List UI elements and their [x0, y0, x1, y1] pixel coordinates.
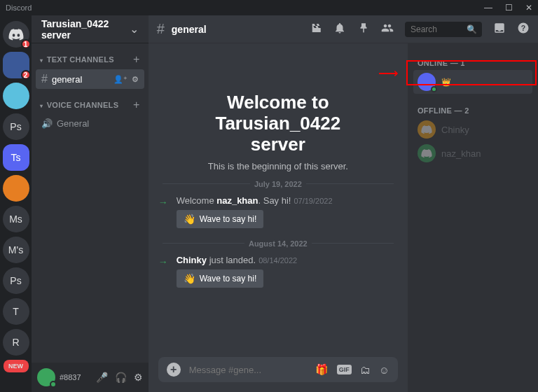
channel-general[interactable]: # general 👤⁺⚙: [36, 69, 144, 89]
main-content: # general 🔍 ? Welcome to: [149, 15, 538, 392]
wave-button[interactable]: 👋Wave to say hi!: [177, 270, 264, 288]
member-row[interactable]: 👑: [413, 70, 532, 94]
add-channel-icon[interactable]: +: [133, 99, 140, 111]
invite-icon[interactable]: 👤⁺: [113, 75, 127, 84]
mute-icon[interactable]: 🎤: [96, 372, 108, 383]
guild-item[interactable]: T: [3, 298, 29, 325]
inbox-icon[interactable]: [493, 22, 506, 37]
attach-button[interactable]: +: [167, 363, 181, 377]
deafen-icon[interactable]: 🎧: [115, 372, 127, 383]
guild-item[interactable]: Ps: [3, 267, 29, 294]
window-controls: — ☐ ✕: [484, 3, 532, 13]
home-button[interactable]: 1: [3, 21, 29, 48]
gear-icon[interactable]: ⚙: [132, 75, 139, 84]
gif-icon[interactable]: GIF: [337, 365, 352, 374]
welcome-subtitle: This is the beginning of this server.: [158, 161, 398, 172]
wave-emoji-icon: 👋: [184, 273, 195, 284]
search-icon: 🔍: [467, 24, 477, 34]
chat-header: # general 🔍 ?: [149, 15, 538, 43]
members-icon[interactable]: [381, 22, 394, 37]
system-message: → Welcome naz_khan. Say hi!07/19/2022 👋W…: [158, 192, 398, 231]
member-list: ONLINE — 1 👑 OFFLINE — 2 Chinky naz_khan…: [408, 43, 538, 392]
guild-item[interactable]: R: [3, 329, 29, 356]
add-channel-icon[interactable]: +: [133, 53, 140, 66]
settings-icon[interactable]: ⚙: [134, 372, 143, 383]
gift-icon[interactable]: 🎁: [315, 363, 329, 376]
chevron-down-icon: ⌄: [130, 22, 139, 36]
welcome-block: Welcome to Tarusian_0422 server This is …: [158, 92, 398, 172]
notifications-icon[interactable]: [333, 22, 346, 37]
member-avatar: [418, 120, 436, 139]
guild-item[interactable]: M's: [3, 237, 29, 263]
search-box[interactable]: 🔍: [405, 22, 482, 37]
guild-badge: 2: [21, 70, 31, 80]
member-row[interactable]: naz_khan: [413, 141, 532, 165]
guild-item[interactable]: [3, 83, 29, 109]
member-avatar: [418, 73, 436, 91]
wave-emoji-icon: 👋: [184, 214, 195, 225]
titlebar-app-name: Discord: [6, 4, 32, 12]
category-voice-channels[interactable]: ▾ VOICE CHANNELS +: [36, 96, 144, 114]
member-avatar: [418, 144, 436, 162]
status-online-icon: [431, 86, 437, 92]
new-indicator[interactable]: NEW: [4, 360, 29, 372]
guild-sidebar: 1 2 Ps Ts Ms M's Ps T R NEW: [0, 15, 32, 392]
close-button[interactable]: ✕: [525, 3, 532, 13]
message-area: Welcome to Tarusian_0422 server This is …: [149, 43, 408, 392]
minimize-button[interactable]: —: [484, 3, 492, 13]
svg-text:?: ?: [521, 23, 525, 31]
threads-icon[interactable]: [310, 22, 322, 37]
user-avatar[interactable]: [37, 368, 55, 386]
user-tag: #8837: [60, 373, 92, 382]
server-name: Tarusian_0422 server: [41, 18, 130, 41]
offline-heading: OFFLINE — 2: [413, 106, 532, 115]
join-arrow-icon: →: [158, 197, 168, 208]
sticker-icon[interactable]: 🗂: [360, 364, 371, 376]
guild-item[interactable]: 2: [3, 52, 29, 78]
guild-item[interactable]: Ps: [3, 113, 29, 140]
crown-icon: 👑: [441, 78, 451, 87]
emoji-icon[interactable]: ☺: [379, 364, 389, 376]
channel-title: general: [172, 24, 303, 35]
online-heading: ONLINE — 1: [413, 59, 532, 67]
date-divider: July 19, 2022: [158, 180, 398, 188]
speaker-icon: 🔊: [41, 118, 53, 129]
message-input[interactable]: [189, 365, 307, 375]
member-row[interactable]: Chinky: [413, 118, 532, 141]
welcome-title: Welcome to Tarusian_0422 server: [158, 92, 398, 155]
join-arrow-icon: →: [158, 256, 168, 267]
search-input[interactable]: [411, 24, 467, 34]
guild-item[interactable]: Ms: [3, 206, 29, 232]
pinned-icon[interactable]: [357, 22, 370, 37]
system-message: → Chinky just landed.08/14/2022 👋Wave to…: [158, 252, 398, 290]
server-header[interactable]: Tarusian_0422 server ⌄: [32, 15, 149, 43]
user-panel: #8837 🎤 🎧 ⚙: [32, 363, 149, 392]
message-composer: + 🎁 GIF 🗂 ☺: [158, 357, 398, 382]
voice-channel-general[interactable]: 🔊 General: [36, 115, 144, 132]
hash-icon: #: [157, 21, 165, 37]
date-divider: August 14, 2022: [158, 239, 398, 248]
wave-button[interactable]: 👋Wave to say hi!: [177, 210, 264, 228]
category-text-channels[interactable]: ▾ TEXT CHANNELS +: [36, 50, 144, 69]
home-badge: 1: [21, 39, 31, 49]
maximize-button[interactable]: ☐: [505, 3, 513, 13]
hash-icon: #: [41, 73, 48, 85]
help-icon[interactable]: ?: [517, 22, 530, 37]
guild-item[interactable]: Ts: [3, 144, 29, 171]
channel-sidebar: Tarusian_0422 server ⌄ ▾ TEXT CHANNELS +…: [32, 15, 149, 392]
status-online-icon: [50, 381, 57, 388]
guild-item[interactable]: [3, 175, 29, 202]
